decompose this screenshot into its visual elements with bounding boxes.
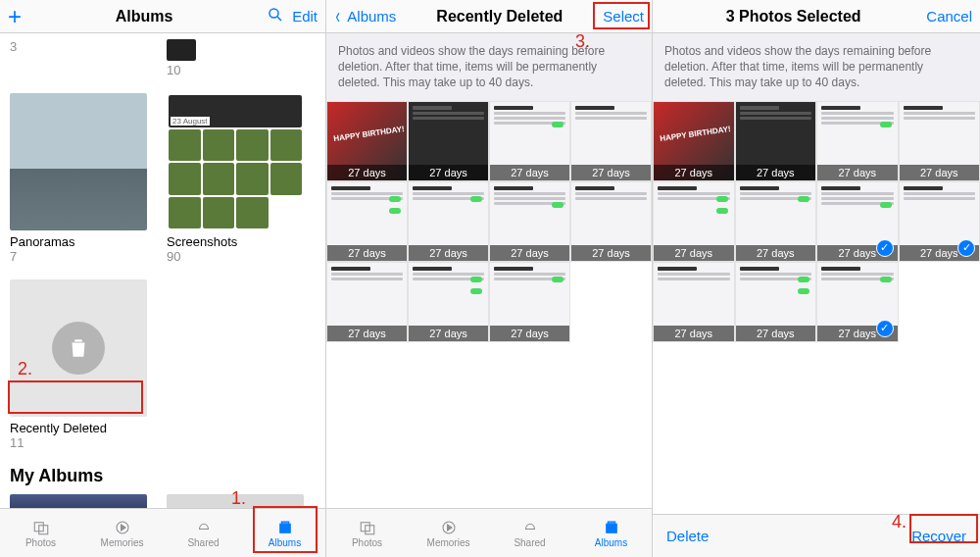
svg-point-0 [270, 9, 278, 18]
album-name: Recently Deleted [10, 421, 147, 435]
callout-3: 3. [575, 31, 590, 52]
deleted-item[interactable]: 27 days [326, 181, 408, 262]
album-count: 11 [10, 435, 147, 450]
info-message: Photos and videos show the days remainin… [326, 33, 652, 101]
tab-memories[interactable]: Memories [81, 509, 163, 557]
deleted-item[interactable]: 27 days [489, 101, 570, 181]
check-icon: ✓ [876, 239, 894, 257]
deleted-item[interactable]: 27 days [735, 262, 817, 342]
nav-title: 3 Photos Selected [726, 8, 861, 25]
tab-memories[interactable]: Memories [408, 509, 489, 557]
svg-line-1 [277, 17, 281, 21]
album-name: Screenshots [167, 234, 304, 249]
deleted-item[interactable]: 27 days [899, 101, 981, 181]
edit-button[interactable]: Edit [292, 8, 318, 25]
svg-rect-6 [279, 524, 290, 532]
deleted-item[interactable]: 27 days [653, 262, 735, 342]
deleted-grid[interactable]: 27 days 27 days 27 days 27 days 27 days … [326, 101, 652, 342]
pane-albums: + Albums Edit 3 10 [0, 0, 326, 557]
album-thumb [10, 93, 147, 230]
tab-bar: Photos Memories Shared Albums [326, 508, 652, 557]
select-button[interactable]: Select [603, 8, 644, 25]
deleted-grid[interactable]: 27 days 27 days 27 days 27 days 27 days … [653, 101, 980, 342]
cancel-button[interactable]: Cancel [926, 8, 972, 25]
recover-button[interactable]: Recover [911, 528, 966, 544]
action-bar: Delete Recover [653, 514, 980, 557]
svg-rect-13 [608, 522, 615, 524]
deleted-item[interactable]: 27 days [408, 262, 489, 342]
album-thumb: 23 August [167, 93, 304, 230]
nav-bar: + Albums Edit [0, 0, 325, 33]
trash-icon [52, 322, 105, 375]
deleted-item[interactable]: 27 days [653, 101, 735, 181]
deleted-item[interactable]: 27 days✓ [816, 181, 899, 262]
pane-selected: 3 Photos Selected Cancel Photos and vide… [653, 0, 980, 557]
album-screenshots[interactable]: 23 August Screenshots 90 [167, 93, 304, 264]
album-count: 7 [10, 249, 147, 264]
tab-bar: Photos Memories Shared Albums [0, 508, 325, 557]
deleted-item[interactable]: 27 days [735, 101, 817, 181]
deleted-item[interactable]: 27 days [570, 101, 652, 181]
tab-photos[interactable]: Photos [0, 509, 81, 557]
deleted-item[interactable]: 27 days [653, 181, 735, 262]
deleted-item[interactable]: 27 days [570, 181, 652, 262]
check-icon: ✓ [957, 239, 975, 257]
svg-marker-11 [447, 525, 452, 531]
album-name: Panoramas [10, 234, 147, 249]
callout-1: 1. [231, 488, 246, 509]
album-thumb [10, 279, 147, 417]
svg-rect-7 [281, 522, 289, 524]
svg-rect-12 [606, 524, 616, 532]
info-message: Photos and videos show the days remainin… [653, 33, 980, 101]
callout-2: 2. [18, 359, 32, 380]
deleted-item[interactable]: 27 days [816, 101, 899, 181]
tab-albums[interactable]: Albums [244, 509, 325, 557]
nav-bar: ‹ Albums Recently Deleted Select [326, 0, 652, 33]
tab-albums[interactable]: Albums [570, 509, 652, 557]
albums-scroll[interactable]: 3 10 Panoramas 7 [0, 33, 325, 508]
back-button[interactable]: ‹ Albums [334, 4, 396, 29]
svg-marker-5 [121, 525, 125, 531]
deleted-item[interactable]: 27 days [408, 181, 489, 262]
album-partial-b[interactable]: 10 [167, 39, 304, 77]
search-icon[interactable] [267, 6, 284, 26]
tab-shared[interactable]: Shared [489, 509, 570, 557]
deleted-item[interactable]: 27 days [735, 181, 817, 262]
check-icon: ✓ [876, 320, 894, 337]
chevron-left-icon: ‹ [335, 4, 339, 29]
tab-photos[interactable]: Photos [326, 509, 408, 557]
add-button[interactable]: + [8, 5, 22, 28]
deleted-item[interactable]: 27 days [489, 262, 570, 342]
album-partial-a[interactable]: 3 [10, 39, 147, 77]
album-user-1[interactable] [10, 494, 147, 508]
deleted-item[interactable]: 27 days✓ [899, 181, 981, 262]
tab-shared[interactable]: Shared [163, 509, 244, 557]
nav-title: Albums [116, 8, 173, 25]
pane-recently-deleted: ‹ Albums Recently Deleted Select Photos … [326, 0, 653, 557]
album-panoramas[interactable]: Panoramas 7 [10, 93, 147, 264]
callout-4: 4. [892, 512, 906, 532]
deleted-item[interactable]: 27 days [326, 262, 408, 342]
delete-button[interactable]: Delete [666, 528, 709, 544]
section-my-albums: My Albums [10, 466, 316, 486]
nav-title: Recently Deleted [436, 8, 563, 25]
deleted-item[interactable]: 27 days [408, 101, 489, 181]
album-count: 90 [167, 249, 304, 264]
deleted-item[interactable]: 27 days [489, 181, 570, 262]
deleted-item[interactable]: 27 days✓ [816, 262, 899, 342]
nav-bar: 3 Photos Selected Cancel [653, 0, 980, 33]
deleted-item[interactable]: 27 days [326, 101, 408, 181]
